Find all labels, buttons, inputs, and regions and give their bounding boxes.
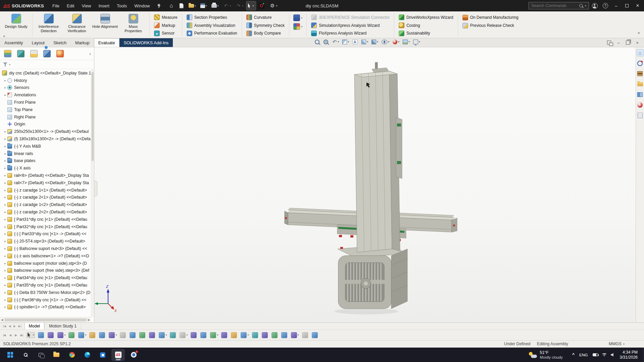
ribbon-button[interactable]: Section Properties: [184, 13, 240, 21]
propertymanager-tab[interactable]: [17, 50, 24, 57]
hide-show-items-icon[interactable]: ▾: [382, 40, 389, 44]
expand-arrow-icon[interactable]: ▸: [3, 283, 7, 287]
feature-tree-item[interactable]: ▸ rail<6> (Default) <<Default>_Display S…: [0, 172, 91, 179]
bottom-toolbar-icon[interactable]: [231, 332, 238, 338]
command-tab[interactable]: Markup: [71, 38, 94, 47]
bottom-toolbar-icon[interactable]: ▾: [210, 332, 218, 338]
apply-scene-icon[interactable]: ▾: [403, 40, 410, 44]
playback-first-icon[interactable]: |◀: [3, 332, 6, 338]
command-tab[interactable]: Sketch: [49, 38, 71, 47]
expand-arrow-icon[interactable]: ▸: [3, 93, 7, 97]
close-document-icon[interactable]: ×: [635, 40, 639, 45]
redo-icon[interactable]: ↷ ▾: [234, 1, 245, 10]
design-study-flyout-caret[interactable]: ▾: [3, 35, 5, 38]
simulation-tool-icon[interactable]: ▾: [291, 13, 304, 22]
feature-tree-item[interactable]: ▸ (-) Delta B3 750W Servo Motor.stp<2> (…: [0, 289, 91, 296]
feature-tree-item[interactable]: ▸ (-) z caradge 2<2> (Default) <<Default…: [0, 208, 91, 216]
options-gear-icon[interactable]: ⚙ ▾: [268, 1, 279, 10]
feature-tree-item[interactable]: ▸ (-) spindle<1> ->? (Default) <<Default…: [0, 304, 91, 311]
file-explorer-icon[interactable]: [50, 349, 63, 361]
scroll-left-icon[interactable]: ◀: [1, 318, 3, 321]
feature-tree-item[interactable]: Top Plane: [0, 106, 91, 113]
scrollbar-thumb[interactable]: [92, 72, 94, 161]
pin-menu-icon[interactable]: [157, 4, 161, 8]
feature-tree-item[interactable]: ▸ (-) z caradge 2<1> (Default) <<Default…: [0, 194, 91, 201]
feature-tree-item[interactable]: ▸ (-) X axis: [0, 164, 91, 172]
command-search[interactable]: ▾: [529, 2, 589, 9]
bottom-toolbar-icon[interactable]: ▾: [109, 332, 117, 338]
tab-scroll-prev-icon[interactable]: ◀: [9, 324, 11, 328]
scrollbar-thumb[interactable]: [4, 318, 87, 321]
feature-tree-item[interactable]: ▸ ballscrew suport (motor side).stp<3> (…: [0, 260, 91, 267]
menu-item[interactable]: Edit: [63, 0, 78, 11]
ribbon-button[interactable]: Sensor: [152, 29, 180, 37]
expand-arrow-icon[interactable]: ▸: [3, 262, 7, 265]
tab-scroll-first-icon[interactable]: |◀: [3, 324, 6, 328]
feature-tree-item[interactable]: ▸ (-) [ Part36^diy cnc ]<1> -> (Default)…: [0, 296, 91, 304]
playback-play-icon[interactable]: ▶: [15, 332, 17, 338]
home-tab-icon[interactable]: ⌂: [637, 49, 644, 56]
bottom-toolbar-icon[interactable]: [221, 332, 228, 338]
expand-arrow-icon[interactable]: ▸: [3, 247, 7, 250]
bottom-toolbar-icon[interactable]: [170, 332, 177, 338]
previous-view-icon[interactable]: ↶ ▾: [332, 39, 339, 44]
select-arrow-icon[interactable]: ▾: [246, 1, 256, 10]
panel-expand-chevron[interactable]: ›: [89, 51, 94, 56]
design-study-button[interactable]: Design Study: [2, 13, 30, 37]
ribbon-button[interactable]: Assembly Visualization: [184, 21, 240, 30]
expand-arrow-icon[interactable]: ▸: [3, 181, 7, 185]
ribbon-button[interactable]: Interference Detection: [35, 13, 63, 37]
panel-splitter-handle[interactable]: [94, 181, 97, 196]
ribbon-button[interactable]: Measure: [152, 13, 180, 21]
expand-arrow-icon[interactable]: ▸: [3, 145, 7, 148]
ribbon-button[interactable]: Mass Properties: [119, 13, 147, 37]
minimize-button[interactable]: –: [611, 0, 621, 11]
ribbon-button[interactable]: 3DEXPERIENCE Simulation Connector: [309, 13, 392, 21]
bottom-toolbar-icon[interactable]: ▾: [57, 332, 65, 338]
expand-arrow-icon[interactable]: ▸: [3, 189, 7, 192]
feature-tree-item[interactable]: ▸ [ Part35^diy cnc ]<1> (Default) <<Defa…: [0, 281, 91, 289]
new-document-icon[interactable]: [178, 1, 186, 10]
feature-tree-item[interactable]: Origin: [0, 121, 91, 128]
home-icon[interactable]: ⌂: [167, 1, 177, 10]
menu-item[interactable]: File: [49, 0, 63, 11]
view-palette-icon[interactable]: [637, 91, 644, 98]
expand-arrow-icon[interactable]: ▸: [3, 152, 7, 155]
bottom-toolbar-icon[interactable]: [271, 332, 278, 338]
notification-app-icon[interactable]: [127, 349, 140, 361]
ribbon-button[interactable]: Previous Release Check: [460, 21, 521, 30]
feature-tree-item[interactable]: ▸ History: [0, 77, 91, 84]
bottom-toolbar-icon[interactable]: [149, 332, 156, 338]
feature-tree-item[interactable]: ▸ Annotations: [0, 91, 91, 99]
panel-splitter-dot[interactable]: [45, 46, 48, 49]
configurationmanager-tab[interactable]: [30, 50, 38, 57]
expand-arrow-icon[interactable]: ▸: [3, 240, 7, 243]
minimize-document-icon[interactable]: –: [616, 40, 621, 45]
volume-icon[interactable]: [611, 353, 615, 357]
store-icon[interactable]: [96, 349, 109, 361]
bottom-tab[interactable]: Motion Study 1: [45, 323, 81, 329]
expand-arrow-icon[interactable]: ▸: [3, 232, 7, 236]
custom-properties-icon[interactable]: [637, 112, 644, 119]
ribbon-button[interactable]: Markup: [152, 21, 180, 30]
feature-tree-item[interactable]: ▸ [ Part31^diy cnc ]<1> (Default) <<Defa…: [0, 216, 91, 223]
bottom-toolbar-icon[interactable]: ▾: [241, 332, 249, 338]
bottom-toolbar-icon[interactable]: ▾: [291, 332, 299, 338]
machine-base[interactable]: [338, 245, 407, 309]
select-arrow-icon[interactable]: ▾: [27, 332, 35, 338]
expand-arrow-icon[interactable]: ▸: [3, 79, 7, 82]
design-library-icon[interactable]: [637, 70, 644, 77]
hidden-icons-chevron[interactable]: ^: [572, 352, 575, 357]
file-explorer-icon[interactable]: [637, 81, 644, 88]
bottom-toolbar-icon[interactable]: [68, 332, 75, 338]
bottom-toolbar-icon[interactable]: [120, 332, 127, 338]
expand-arrow-icon[interactable]: ▸: [3, 130, 7, 133]
filter-caret[interactable]: ▾: [9, 63, 10, 66]
tab-scroll-last-icon[interactable]: ▶|: [18, 324, 21, 328]
bottom-toolbar-icon[interactable]: [191, 332, 197, 338]
zoom-fit-icon[interactable]: [315, 40, 320, 44]
bottom-toolbar-icon[interactable]: [252, 332, 259, 338]
bottom-toolbar-icon[interactable]: [302, 332, 309, 338]
expand-arrow-icon[interactable]: ▸: [3, 137, 7, 141]
scroll-right-icon[interactable]: ▶: [88, 318, 90, 321]
